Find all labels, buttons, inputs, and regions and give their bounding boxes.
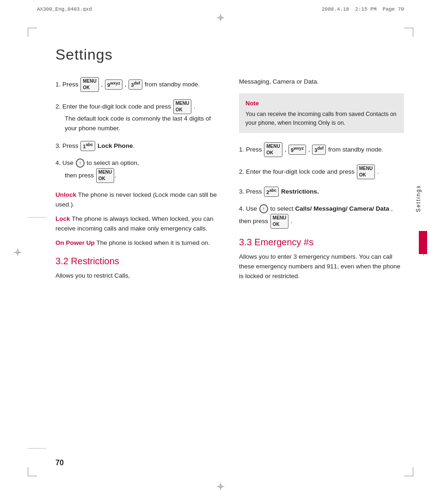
header-date: 2008.4.18 2:15 PM Page 70 [322, 6, 404, 12]
bottom-center-crosshair [217, 483, 224, 490]
key-1abc: 1abc [80, 141, 95, 151]
key-9wxyz: 9wxyz [105, 79, 122, 90]
left-step-1: 1. Press MENUOK , 9wxyz , 3def from stan… [55, 77, 220, 92]
section-32-heading: 3.2 Restrictions [55, 256, 220, 267]
term-powerup: On Power Up [55, 239, 97, 246]
r-key-menu-ok-4: MENUOK [270, 214, 288, 229]
r-key-3def: 3def [312, 145, 326, 155]
r-step-number-2: 2. [239, 168, 246, 175]
divider-left-bottom [28, 448, 46, 449]
r-to-select: to select [270, 205, 295, 212]
comma-1: , [101, 81, 105, 88]
right-step-1: 1. Press MENUOK , 9wxyz , 3def from stan… [239, 142, 404, 157]
key-3def: 3def [129, 79, 142, 90]
term-unlock: Unlock [55, 191, 78, 198]
press-label-1: Press [62, 81, 80, 88]
note-box: Note You can receive the incoming calls … [239, 93, 404, 133]
powerup-description: On Power Up The phone is locked when it … [55, 238, 220, 248]
select-option-text: to select an option, [87, 159, 139, 166]
r-key-nav-up: ↑ [259, 204, 268, 213]
step2-continuation: The default lock code is commonly the la… [65, 114, 220, 134]
r-step2-period: . [377, 168, 379, 175]
r-comma-2: , [308, 146, 312, 152]
corner-mark-tl [28, 28, 37, 37]
unlock-description: Unlock The phone is never locked (Lock m… [55, 190, 220, 210]
left-column: 1. Press MENUOK , 9wxyz , 3def from stan… [55, 77, 220, 289]
r-step-number-1: 1. [239, 146, 246, 152]
left-step-4: 4. Use ↑ to select an option, then press… [55, 158, 220, 183]
r-from-standby-1: from standby mode. [328, 146, 383, 152]
corner-mark-bl [28, 467, 37, 476]
right-step-2: 2. Enter the four-digit lock code and pr… [239, 164, 404, 179]
key-menu-ok-2: MENUOK [173, 99, 191, 114]
top-center-crosshair [217, 14, 224, 21]
right-intro: Messaging, Camera or Data. [239, 77, 404, 87]
key-nav-up: ↑ [76, 158, 85, 168]
step-number-3: 3. [55, 142, 62, 149]
r-press-label-3: Press [246, 188, 263, 195]
r-use-label: Use [246, 205, 259, 212]
two-column-layout: 1. Press MENUOK , 9wxyz , 3def from stan… [55, 77, 404, 289]
corner-mark-br [404, 467, 413, 476]
r-step-number-3: 3. [239, 188, 246, 195]
sidebar-color-bar [419, 231, 427, 254]
page-number: 70 [55, 459, 64, 467]
lock-text: The phone is always locked. When locked,… [55, 215, 213, 232]
main-content: Settings 1. Press MENUOK , 9wxyz , 3def … [55, 46, 404, 458]
r-period-4: . [291, 217, 293, 224]
right-step-3: 3. Press 2abc Restrictions. [239, 187, 404, 197]
lock-description: Lock The phone is always locked. When lo… [55, 214, 220, 234]
r-comma-1: , [285, 146, 288, 152]
then-press-line: then press MENUOK. [65, 168, 220, 183]
r-step-number-4: 4. [239, 205, 246, 212]
step-number-2: 2. [55, 103, 62, 110]
r-key-9wxyz: 9wxyz [288, 145, 306, 155]
press-label-3: Press [62, 142, 80, 149]
divider-left-top [28, 217, 46, 218]
r-calls-option: Calls/ Messaging/ Camera/ Data [295, 205, 389, 212]
page-title: Settings [55, 46, 404, 63]
sidebar-label: Settings [415, 185, 422, 212]
corner-mark-tr [404, 28, 413, 37]
key-menu-ok-1: MENUOK [80, 77, 98, 92]
header-filename: AX300_Eng_0403.qxd [37, 6, 92, 12]
r-press-label-1: Press [246, 146, 263, 152]
lock-phone-label: Lock Phone. [98, 142, 135, 149]
page-header: AX300_Eng_0403.qxd 2008.4.18 2:15 PM Pag… [37, 6, 404, 12]
note-text: You can receive the incoming calls from … [245, 110, 398, 128]
from-standby-1: from standby mode. [145, 81, 200, 88]
left-crosshair [14, 249, 21, 256]
step2-period: . [194, 103, 196, 110]
right-step-4: 4. Use ↑ to select Calls/ Messaging/ Cam… [239, 204, 404, 229]
r-step2-text: Enter the four-digit lock code and press [246, 168, 356, 175]
comma-2: , [125, 81, 129, 88]
right-column: Messaging, Camera or Data. Note You can … [239, 77, 404, 289]
note-title: Note [245, 99, 398, 108]
term-lock: Lock [55, 215, 72, 222]
powerup-text: The phone is locked when it is turned on… [97, 239, 210, 246]
key-menu-ok-4: MENUOK [96, 168, 114, 183]
use-label: Use [62, 159, 75, 166]
section-33-text: Allows you to enter 3 emergency numbers.… [239, 252, 404, 281]
r-key-menu-ok-1: MENUOK [264, 142, 282, 157]
step2-text: Enter the four-digit lock code and press [62, 103, 173, 110]
left-step-3: 3. Press 1abc Lock Phone. [55, 141, 220, 151]
section-32-text: Allows you to restrict Calls, [55, 271, 220, 281]
unlock-text: The phone is never locked (Lock mode can… [55, 191, 217, 208]
r-key-menu-ok-2: MENUOK [357, 164, 375, 179]
left-step-2: 2. Enter the four-digit lock code and pr… [55, 99, 220, 134]
section-33-heading: 3.3 Emergency #s [239, 237, 404, 248]
r-key-2abc: 2abc [264, 187, 279, 197]
step-number-1: 1. [55, 81, 62, 88]
r-restrictions-label: Restrictions. [281, 188, 319, 195]
step-number-4: 4. [55, 159, 62, 166]
